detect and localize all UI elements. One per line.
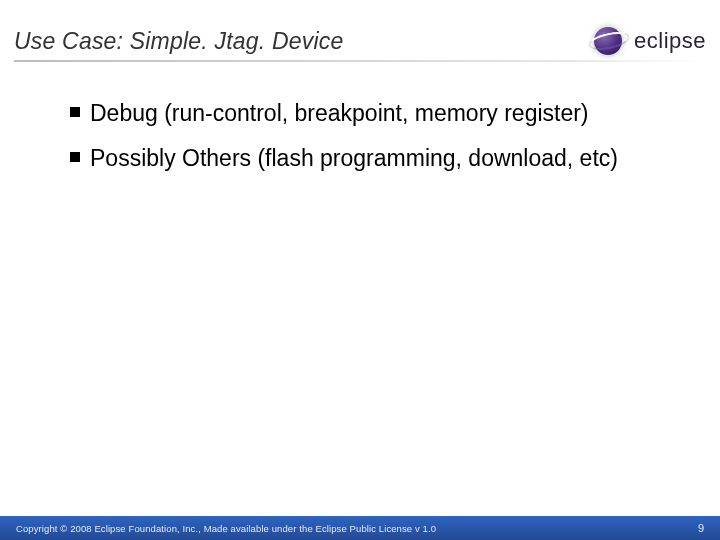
bullet-text: Debug (run-control, breakpoint, memory r… [90,98,589,129]
eclipse-orb-icon [590,23,626,59]
eclipse-logo: eclipse [566,21,706,61]
title-divider [14,60,706,62]
slide-title: Use Case: Simple. Jtag. Device [14,28,343,55]
bullet-marker-icon [70,107,80,117]
slide: Use Case: Simple. Jtag. Device eclipse D… [0,0,720,540]
page-number: 9 [698,522,704,534]
bullet-marker-icon [70,152,80,162]
eclipse-logo-text: eclipse [634,28,706,54]
bullet-item: Debug (run-control, breakpoint, memory r… [70,98,660,129]
footer-copyright: Copyright © 2008 Eclipse Foundation, Inc… [16,523,436,534]
bullet-text: Possibly Others (flash programming, down… [90,143,618,174]
bullet-item: Possibly Others (flash programming, down… [70,143,660,174]
footer-bar: Copyright © 2008 Eclipse Foundation, Inc… [0,516,720,540]
title-bar: Use Case: Simple. Jtag. Device eclipse [14,22,706,60]
slide-body: Debug (run-control, breakpoint, memory r… [70,98,660,188]
